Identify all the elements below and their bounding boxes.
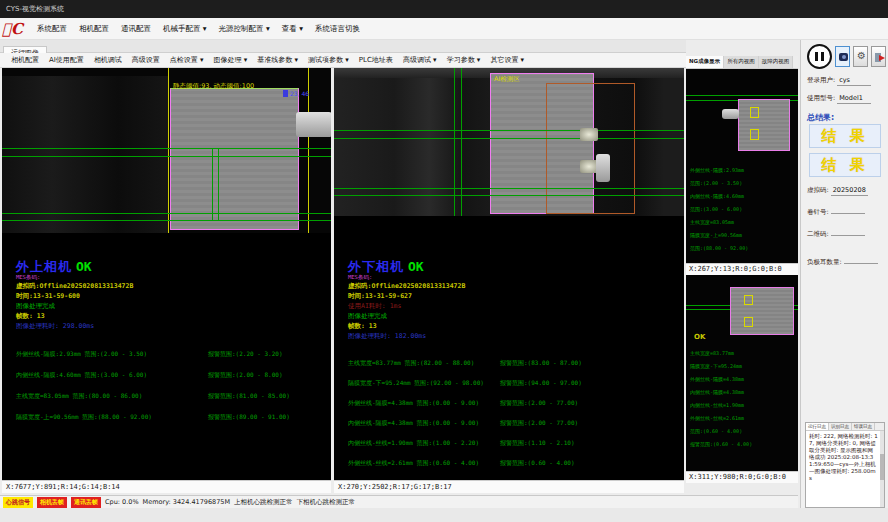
inspected-part	[730, 287, 794, 335]
preview-line: 内侧丝线-隔膜:4.60mm	[690, 190, 748, 203]
preview-coord-bar-bottom: X:311;Y:980;R:0;G:0;B:0	[686, 471, 798, 483]
measurement-row: 主线宽度=83.77mm 范围:(82.00 - 88.00)报警范围:(83.…	[348, 353, 680, 373]
menu-items: 系统配置相机配置通讯配置机械手配置 ▾光源控制配置 ▾查看 ▾系统语言切换	[31, 21, 366, 37]
measurement-row-m: 外侧丝线-隔膜=4.38mm 范围:(0.00 - 9.00)	[348, 393, 500, 413]
preview-coord-bar-top: X:267;Y:13;R:0;G:0;B:0	[686, 263, 798, 275]
toolbar-item[interactable]: 图像处理 ▾	[209, 53, 253, 67]
toolbar-item[interactable]: 测试项参数 ▾	[303, 53, 354, 67]
connector-part	[722, 109, 739, 119]
preview-line: 外侧丝线-隔膜=4.38mm	[690, 373, 752, 386]
toolbar-item[interactable]: AI使用配置	[44, 53, 89, 67]
process-done: 图像处理完成	[16, 301, 327, 311]
measurement-row-a: 报警范围:(1.10 - 2.10)	[500, 433, 575, 453]
log-tab-recognize[interactable]: 识别日志	[829, 423, 852, 430]
measure-line	[686, 95, 798, 96]
needle-no-label: 卷针号:	[807, 208, 829, 216]
status-ok: OK	[76, 259, 92, 274]
model-value: Model1	[837, 94, 871, 104]
camera-view-lower[interactable]: AI检测区	[334, 68, 684, 216]
measurement-row: 外侧丝线-隔膜:2.93mm 范围:(2.00 - 3.50)报警范围:(2.2…	[16, 343, 327, 364]
toolbar-item[interactable]: 点检设置 ▾	[165, 53, 209, 67]
preview-line: 外侧丝线-丝线=2.61mm	[690, 412, 752, 425]
log-tab-error[interactable]: 错误日志	[852, 423, 875, 430]
measure-line	[334, 130, 684, 131]
toolbar-item[interactable]: 学习参数 ▾	[442, 53, 486, 67]
measurement-row-m: 隔膜宽度-下=95.24mm 范围:(92.00 - 98.00)	[348, 373, 500, 393]
menubar: C 系统配置相机配置通讯配置机械手配置 ▾光源控制配置 ▾查看 ▾系统语言切换	[0, 18, 888, 40]
camera-name: 外上相机	[16, 259, 72, 274]
lower-camera-heartbeat: 下相机心跳检测正常	[297, 498, 356, 507]
process-done: 图像处理完成	[348, 311, 680, 321]
camera-view-button[interactable]	[835, 46, 850, 67]
tab-fault-views[interactable]: 故障内视图	[759, 56, 794, 68]
control-panel: ⚙ 登录用户:cys 使用型号:Model1 总结果: 结 果 结 果 虚拟码:…	[800, 40, 888, 508]
logout-button[interactable]	[871, 46, 886, 67]
menu-item[interactable]: 通讯配置	[115, 21, 157, 37]
measurement-row-m: 主线宽度=83.77mm 范围:(82.00 - 88.00)	[348, 353, 500, 373]
needle-no-field: 卷针号:	[807, 208, 865, 217]
menu-item[interactable]: 机械手配置 ▾	[157, 21, 213, 37]
camera-dropframe-badge: 相机丢帧	[37, 497, 67, 508]
toolbar-item[interactable]: 基准线参数 ▾	[252, 53, 303, 67]
pixel-coord-bar-upper: X:7677;Y:891;R:14;G:14;B:14	[2, 480, 331, 493]
preview-line: 外侧丝线-隔膜:2.93mm	[690, 164, 748, 177]
toolbar-item[interactable]: PLC地址表	[354, 53, 398, 67]
machine-background	[2, 76, 168, 233]
menu-item[interactable]: 光源控制配置 ▾	[213, 21, 276, 37]
measurement-row-a: 报警范围:(2.20 - 3.20)	[208, 343, 283, 364]
measurement-row: 隔膜宽度-下=95.24mm 范围:(92.00 - 98.00)报警范围:(9…	[348, 373, 680, 393]
preview-line: 范围:(88.00 - 92.00)	[690, 242, 748, 255]
ai-region-label: AI检测区	[494, 75, 520, 84]
measurement-row: 隔膜宽度-上=90.56mm 范围:(88.00 - 92.00)报警范围:(8…	[16, 406, 327, 427]
log-scrollbar[interactable]	[880, 431, 884, 507]
measurement-row-a: 报警范围:(0.60 - 4.00)	[500, 453, 575, 473]
toolbar-item[interactable]: 其它设置 ▾	[485, 53, 529, 67]
measurement-row-a: 报警范围:(94.00 - 97.00)	[500, 373, 582, 393]
tab-ng-display[interactable]: NG成像显示	[686, 56, 724, 68]
menu-item[interactable]: 系统语言切换	[309, 21, 366, 37]
result-box-lower: 结 果	[809, 153, 881, 177]
model-label: 使用型号:	[807, 94, 835, 102]
tab-count-value	[844, 262, 878, 264]
measurement-row-a: 报警范围:(2.00 - 8.00)	[208, 364, 283, 385]
preview-view-top[interactable]: 外侧丝线-隔膜:2.93mm范围:(2.00 - 3.50)内侧丝线-隔膜:4.…	[686, 69, 798, 263]
model-field: 使用型号:Model1	[807, 94, 871, 104]
connector-part	[596, 154, 610, 182]
toolbar-item[interactable]: 高级调试 ▾	[398, 53, 442, 67]
preview-line: 范围:(3.00 - 6.00)	[690, 203, 748, 216]
measurement-row-m: 主线宽度=83.05mm 范围:(80.00 - 86.00)	[16, 385, 208, 406]
settings-button[interactable]: ⚙	[853, 46, 868, 67]
threshold-overlay-text: 静态阈值:93, 动态阈值:100	[173, 82, 254, 91]
toolbar: 相机配置AI使用配置相机调试高级设置点检设置 ▾图像处理 ▾基准线参数 ▾测试项…	[0, 53, 686, 68]
total-result-label: 总结果:	[807, 112, 834, 123]
menu-item[interactable]: 系统配置	[31, 21, 73, 37]
control-buttons: ⚙	[807, 44, 886, 69]
virtual-code: 虚拟码:Offline2025020813313472B	[16, 281, 327, 291]
pause-button[interactable]	[807, 44, 832, 69]
menu-item[interactable]: 相机配置	[73, 21, 115, 37]
menu-item[interactable]: 查看 ▾	[276, 21, 309, 37]
toolbar-item[interactable]: 相机配置	[6, 53, 44, 67]
measurement-row-m: 外侧丝线-丝线=2.61mm 范围:(0.60 - 4.00)	[348, 453, 500, 473]
logout-arrow-icon	[879, 55, 885, 61]
detect-box	[750, 107, 759, 118]
measure-line-vertical	[454, 68, 455, 216]
tab-highlight	[580, 128, 598, 141]
preview-view-bottom[interactable]: OK 主线宽度=83.77mm隔膜宽度-下=95.24mm外侧丝线-隔膜=4.3…	[686, 275, 798, 471]
comm-dropframe-badge: 通讯丢帧	[71, 497, 101, 508]
measurement-row: 外侧丝线-丝线=2.61mm 范围:(0.60 - 4.00)报警范围:(0.6…	[348, 453, 680, 473]
preview-line: 报警范围:(0.60 - 4.00)	[690, 438, 752, 451]
preview-line: 内侧丝线-隔膜=4.38mm	[690, 386, 752, 399]
toolbar-item[interactable]: 相机调试	[89, 53, 127, 67]
tab-all-views[interactable]: 所有内视图	[724, 56, 759, 68]
virtual-code-field: 虚拟码:20250208	[807, 186, 868, 196]
toolbar-item[interactable]: 高级设置	[127, 53, 165, 67]
preview-line: 主线宽度=83.77mm	[690, 347, 752, 360]
log-tab-run[interactable]: 运行日志	[806, 423, 829, 430]
camera-view-upper[interactable]: 静态阈值:93, 动态阈值:100 23, 46	[2, 68, 331, 233]
capture-time: 时间:13-31-59-600	[16, 291, 327, 301]
app-logo-icon: C	[2, 20, 23, 38]
app-window: CYS-视觉检测系统 C 系统配置相机配置通讯配置机械手配置 ▾光源控制配置 …	[0, 0, 888, 522]
preview-line: 隔膜宽度-上=90.56mm	[690, 229, 748, 242]
measure-line	[2, 213, 331, 214]
